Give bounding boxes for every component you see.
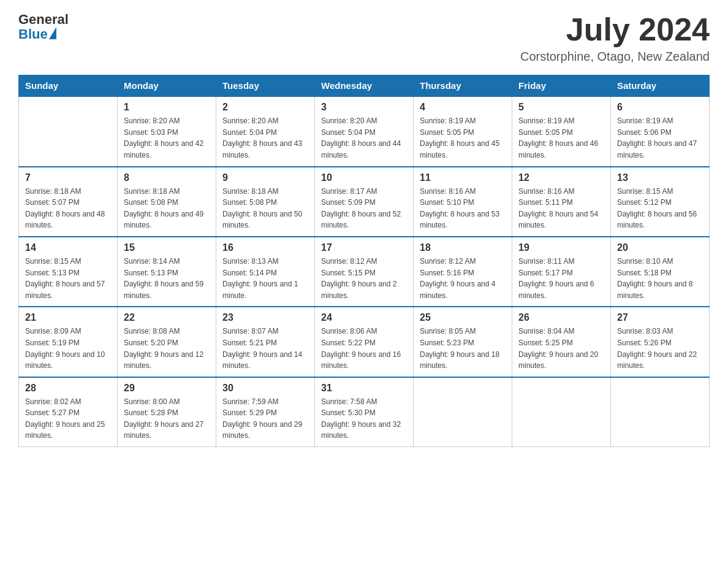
calendar-cell: 10Sunrise: 8:17 AMSunset: 5:09 PMDayligh… bbox=[315, 167, 414, 237]
day-number: 29 bbox=[124, 383, 210, 394]
calendar-week-row: 7Sunrise: 8:18 AMSunset: 5:07 PMDaylight… bbox=[19, 167, 710, 237]
day-info: Sunrise: 8:20 AMSunset: 5:03 PMDaylight:… bbox=[124, 115, 210, 161]
day-info: Sunrise: 8:18 AMSunset: 5:07 PMDaylight:… bbox=[25, 186, 111, 231]
calendar-cell bbox=[611, 377, 710, 447]
day-number: 11 bbox=[420, 172, 506, 183]
day-info: Sunrise: 8:18 AMSunset: 5:08 PMDaylight:… bbox=[222, 186, 308, 231]
calendar-cell: 8Sunrise: 8:18 AMSunset: 5:08 PMDaylight… bbox=[118, 167, 216, 237]
calendar-cell: 29Sunrise: 8:00 AMSunset: 5:28 PMDayligh… bbox=[118, 377, 216, 447]
calendar-week-row: 14Sunrise: 8:15 AMSunset: 5:13 PMDayligh… bbox=[19, 237, 710, 307]
calendar-cell: 22Sunrise: 8:08 AMSunset: 5:20 PMDayligh… bbox=[118, 307, 216, 377]
calendar-cell: 27Sunrise: 8:03 AMSunset: 5:26 PMDayligh… bbox=[611, 307, 710, 377]
day-info: Sunrise: 8:10 AMSunset: 5:18 PMDaylight:… bbox=[617, 256, 703, 301]
day-number: 1 bbox=[124, 102, 210, 113]
day-info: Sunrise: 8:19 AMSunset: 5:05 PMDaylight:… bbox=[420, 115, 506, 161]
day-info: Sunrise: 8:19 AMSunset: 5:06 PMDaylight:… bbox=[617, 115, 703, 161]
day-info: Sunrise: 8:16 AMSunset: 5:11 PMDaylight:… bbox=[518, 186, 604, 231]
calendar-header-friday: Friday bbox=[512, 75, 611, 97]
day-info: Sunrise: 8:00 AMSunset: 5:28 PMDaylight:… bbox=[124, 396, 210, 442]
calendar-cell: 17Sunrise: 8:12 AMSunset: 5:15 PMDayligh… bbox=[315, 237, 414, 307]
logo-triangle-icon bbox=[49, 27, 56, 39]
calendar-cell: 16Sunrise: 8:13 AMSunset: 5:14 PMDayligh… bbox=[216, 237, 315, 307]
day-info: Sunrise: 8:12 AMSunset: 5:15 PMDaylight:… bbox=[321, 256, 407, 301]
day-number: 20 bbox=[617, 242, 703, 253]
day-info: Sunrise: 7:59 AMSunset: 5:29 PMDaylight:… bbox=[222, 396, 308, 442]
day-number: 24 bbox=[321, 312, 407, 323]
day-number: 14 bbox=[25, 242, 111, 253]
day-info: Sunrise: 8:16 AMSunset: 5:10 PMDaylight:… bbox=[420, 186, 506, 231]
calendar-cell bbox=[414, 377, 512, 447]
calendar-header-saturday: Saturday bbox=[611, 75, 710, 97]
calendar-cell bbox=[19, 96, 118, 166]
calendar-header-row: SundayMondayTuesdayWednesdayThursdayFrid… bbox=[19, 75, 710, 97]
calendar-cell: 19Sunrise: 8:11 AMSunset: 5:17 PMDayligh… bbox=[512, 237, 611, 307]
calendar-cell: 12Sunrise: 8:16 AMSunset: 5:11 PMDayligh… bbox=[512, 167, 611, 237]
calendar-cell bbox=[512, 377, 611, 447]
day-info: Sunrise: 8:15 AMSunset: 5:13 PMDaylight:… bbox=[25, 256, 111, 301]
day-info: Sunrise: 8:02 AMSunset: 5:27 PMDaylight:… bbox=[25, 396, 111, 442]
day-number: 19 bbox=[518, 242, 604, 253]
day-number: 12 bbox=[518, 172, 604, 183]
day-number: 5 bbox=[518, 102, 604, 113]
day-number: 23 bbox=[222, 312, 308, 323]
day-info: Sunrise: 8:18 AMSunset: 5:08 PMDaylight:… bbox=[124, 186, 210, 231]
calendar-cell: 7Sunrise: 8:18 AMSunset: 5:07 PMDaylight… bbox=[19, 167, 118, 237]
day-number: 15 bbox=[124, 242, 210, 253]
calendar-table: SundayMondayTuesdayWednesdayThursdayFrid… bbox=[18, 75, 710, 447]
day-number: 6 bbox=[617, 102, 703, 113]
day-number: 21 bbox=[25, 312, 111, 323]
calendar-cell: 4Sunrise: 8:19 AMSunset: 5:05 PMDaylight… bbox=[414, 96, 512, 166]
day-info: Sunrise: 8:12 AMSunset: 5:16 PMDaylight:… bbox=[420, 256, 506, 301]
day-number: 3 bbox=[321, 102, 407, 113]
day-number: 17 bbox=[321, 242, 407, 253]
day-number: 13 bbox=[617, 172, 703, 183]
calendar-cell: 11Sunrise: 8:16 AMSunset: 5:10 PMDayligh… bbox=[414, 167, 512, 237]
calendar-week-row: 21Sunrise: 8:09 AMSunset: 5:19 PMDayligh… bbox=[19, 307, 710, 377]
day-info: Sunrise: 8:04 AMSunset: 5:25 PMDaylight:… bbox=[518, 326, 604, 371]
logo: General Blue bbox=[18, 12, 69, 42]
day-info: Sunrise: 8:11 AMSunset: 5:17 PMDaylight:… bbox=[518, 256, 604, 301]
day-number: 28 bbox=[25, 383, 111, 394]
calendar-cell: 20Sunrise: 8:10 AMSunset: 5:18 PMDayligh… bbox=[611, 237, 710, 307]
logo-general: General bbox=[18, 12, 69, 27]
day-number: 31 bbox=[321, 383, 407, 394]
title-area: July 2024 Corstorphine, Otago, New Zeala… bbox=[520, 12, 710, 64]
day-info: Sunrise: 8:05 AMSunset: 5:23 PMDaylight:… bbox=[420, 326, 506, 371]
day-info: Sunrise: 8:13 AMSunset: 5:14 PMDaylight:… bbox=[222, 256, 308, 301]
day-info: Sunrise: 7:58 AMSunset: 5:30 PMDaylight:… bbox=[321, 396, 407, 442]
calendar-week-row: 28Sunrise: 8:02 AMSunset: 5:27 PMDayligh… bbox=[19, 377, 710, 447]
day-info: Sunrise: 8:07 AMSunset: 5:21 PMDaylight:… bbox=[222, 326, 308, 371]
day-number: 18 bbox=[420, 242, 506, 253]
calendar-cell: 25Sunrise: 8:05 AMSunset: 5:23 PMDayligh… bbox=[414, 307, 512, 377]
day-info: Sunrise: 8:03 AMSunset: 5:26 PMDaylight:… bbox=[617, 326, 703, 371]
day-number: 10 bbox=[321, 172, 407, 183]
day-number: 8 bbox=[124, 172, 210, 183]
calendar-cell: 14Sunrise: 8:15 AMSunset: 5:13 PMDayligh… bbox=[19, 237, 118, 307]
calendar-cell: 3Sunrise: 8:20 AMSunset: 5:04 PMDaylight… bbox=[315, 96, 414, 166]
calendar-header-thursday: Thursday bbox=[414, 75, 512, 97]
page-header: General Blue July 2024 Corstorphine, Ota… bbox=[18, 12, 710, 64]
day-number: 30 bbox=[222, 383, 308, 394]
day-number: 4 bbox=[420, 102, 506, 113]
day-info: Sunrise: 8:08 AMSunset: 5:20 PMDaylight:… bbox=[124, 326, 210, 371]
calendar-header-sunday: Sunday bbox=[19, 75, 118, 97]
day-number: 26 bbox=[518, 312, 604, 323]
calendar-cell: 31Sunrise: 7:58 AMSunset: 5:30 PMDayligh… bbox=[315, 377, 414, 447]
day-number: 2 bbox=[222, 102, 308, 113]
calendar-header-tuesday: Tuesday bbox=[216, 75, 315, 97]
calendar-cell: 23Sunrise: 8:07 AMSunset: 5:21 PMDayligh… bbox=[216, 307, 315, 377]
day-info: Sunrise: 8:09 AMSunset: 5:19 PMDaylight:… bbox=[25, 326, 111, 371]
calendar-cell: 30Sunrise: 7:59 AMSunset: 5:29 PMDayligh… bbox=[216, 377, 315, 447]
calendar-cell: 9Sunrise: 8:18 AMSunset: 5:08 PMDaylight… bbox=[216, 167, 315, 237]
day-info: Sunrise: 8:17 AMSunset: 5:09 PMDaylight:… bbox=[321, 186, 407, 231]
day-info: Sunrise: 8:19 AMSunset: 5:05 PMDaylight:… bbox=[518, 115, 604, 161]
location-subtitle: Corstorphine, Otago, New Zealand bbox=[520, 50, 710, 64]
calendar-cell: 18Sunrise: 8:12 AMSunset: 5:16 PMDayligh… bbox=[414, 237, 512, 307]
day-info: Sunrise: 8:20 AMSunset: 5:04 PMDaylight:… bbox=[321, 115, 407, 161]
logo-blue: Blue bbox=[18, 27, 48, 42]
calendar-cell: 1Sunrise: 8:20 AMSunset: 5:03 PMDaylight… bbox=[118, 96, 216, 166]
calendar-cell: 15Sunrise: 8:14 AMSunset: 5:13 PMDayligh… bbox=[118, 237, 216, 307]
month-title: July 2024 bbox=[520, 12, 710, 47]
calendar-week-row: 1Sunrise: 8:20 AMSunset: 5:03 PMDaylight… bbox=[19, 96, 710, 166]
day-number: 27 bbox=[617, 312, 703, 323]
